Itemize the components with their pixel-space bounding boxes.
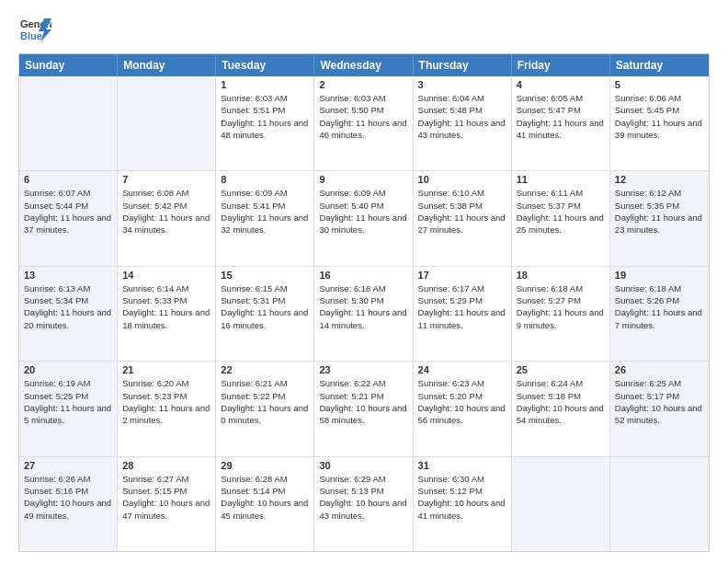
calendar-cell: 4Sunrise: 6:05 AMSunset: 5:47 PMDaylight… <box>512 76 610 170</box>
sunset-text: Sunset: 5:18 PM <box>517 390 605 402</box>
sunrise-text: Sunrise: 6:07 AM <box>24 187 112 199</box>
calendar-cell: 28Sunrise: 6:27 AMSunset: 5:15 PMDayligh… <box>118 457 216 551</box>
calendar-cell: 6Sunrise: 6:07 AMSunset: 5:44 PMDaylight… <box>19 171 118 265</box>
day-of-week-friday: Friday <box>512 54 610 76</box>
sunset-text: Sunset: 5:42 PM <box>122 200 210 212</box>
daylight-text: Daylight: 11 hours and 30 minutes. <box>319 212 407 236</box>
day-number: 16 <box>319 270 407 281</box>
calendar-row-3: 20Sunrise: 6:19 AMSunset: 5:25 PMDayligh… <box>19 361 709 455</box>
sunset-text: Sunset: 5:20 PM <box>418 390 506 402</box>
sunrise-text: Sunrise: 6:12 AM <box>615 187 704 199</box>
sunset-text: Sunset: 5:35 PM <box>615 200 704 212</box>
sunset-text: Sunset: 5:23 PM <box>122 390 210 402</box>
sunrise-text: Sunrise: 6:11 AM <box>517 187 605 199</box>
daylight-text: Daylight: 10 hours and 49 minutes. <box>24 497 112 522</box>
sunset-text: Sunset: 5:14 PM <box>221 485 309 497</box>
sunrise-text: Sunrise: 6:13 AM <box>24 282 112 294</box>
day-number: 26 <box>615 364 704 375</box>
sunrise-text: Sunrise: 6:03 AM <box>319 92 407 104</box>
sunset-text: Sunset: 5:38 PM <box>418 200 506 212</box>
daylight-text: Daylight: 10 hours and 58 minutes. <box>319 402 407 427</box>
sunrise-text: Sunrise: 6:09 AM <box>221 187 309 199</box>
day-number: 3 <box>418 79 506 90</box>
day-number: 11 <box>517 174 605 185</box>
day-number: 23 <box>319 364 407 375</box>
sunrise-text: Sunrise: 6:03 AM <box>221 92 309 104</box>
sunset-text: Sunset: 5:40 PM <box>319 200 407 212</box>
calendar-cell: 26Sunrise: 6:25 AMSunset: 5:17 PMDayligh… <box>610 362 709 455</box>
calendar-cell: 24Sunrise: 6:23 AMSunset: 5:20 PMDayligh… <box>414 362 512 455</box>
day-number: 28 <box>122 460 210 471</box>
daylight-text: Daylight: 11 hours and 11 minutes. <box>418 306 506 331</box>
calendar-cell: 11Sunrise: 6:11 AMSunset: 5:37 PMDayligh… <box>512 171 610 265</box>
daylight-text: Daylight: 11 hours and 9 minutes. <box>517 306 605 331</box>
daylight-text: Daylight: 11 hours and 27 minutes. <box>418 212 506 236</box>
sunrise-text: Sunrise: 6:26 AM <box>24 473 112 485</box>
day-number: 2 <box>319 79 407 90</box>
sunrise-text: Sunrise: 6:10 AM <box>418 187 506 199</box>
day-number: 17 <box>418 270 506 281</box>
sunrise-text: Sunrise: 6:16 AM <box>319 282 407 294</box>
sunset-text: Sunset: 5:34 PM <box>24 294 112 306</box>
daylight-text: Daylight: 11 hours and 20 minutes. <box>24 306 112 331</box>
day-of-week-saturday: Saturday <box>610 54 709 76</box>
sunset-text: Sunset: 5:47 PM <box>517 104 605 116</box>
calendar-cell: 1Sunrise: 6:03 AMSunset: 5:51 PMDaylight… <box>216 76 314 170</box>
calendar-cell: 17Sunrise: 6:17 AMSunset: 5:29 PMDayligh… <box>414 267 512 361</box>
calendar-row-4: 27Sunrise: 6:26 AMSunset: 5:16 PMDayligh… <box>19 456 709 551</box>
logo-icon: General Blue <box>18 15 51 44</box>
calendar-cell: 29Sunrise: 6:28 AMSunset: 5:14 PMDayligh… <box>216 457 314 551</box>
daylight-text: Daylight: 11 hours and 23 minutes. <box>615 212 704 236</box>
calendar-cell: 30Sunrise: 6:29 AMSunset: 5:13 PMDayligh… <box>314 457 413 551</box>
day-number: 13 <box>24 270 112 281</box>
day-number: 20 <box>24 364 112 375</box>
calendar-cell: 15Sunrise: 6:15 AMSunset: 5:31 PMDayligh… <box>216 267 314 361</box>
day-of-week-monday: Monday <box>118 54 216 76</box>
daylight-text: Daylight: 11 hours and 7 minutes. <box>615 306 704 331</box>
logo: General Blue <box>18 15 51 44</box>
sunrise-text: Sunrise: 6:17 AM <box>418 282 506 294</box>
calendar-cell <box>610 457 709 551</box>
calendar-cell: 10Sunrise: 6:10 AMSunset: 5:38 PMDayligh… <box>414 171 512 265</box>
svg-text:Blue: Blue <box>20 30 42 41</box>
sunrise-text: Sunrise: 6:28 AM <box>221 473 309 485</box>
sunset-text: Sunset: 5:31 PM <box>221 294 309 306</box>
sunset-text: Sunset: 5:30 PM <box>319 294 407 306</box>
daylight-text: Daylight: 11 hours and 48 minutes. <box>221 117 309 142</box>
sunset-text: Sunset: 5:44 PM <box>24 200 112 212</box>
day-number: 27 <box>24 460 112 471</box>
sunrise-text: Sunrise: 6:29 AM <box>319 473 407 485</box>
calendar-cell: 16Sunrise: 6:16 AMSunset: 5:30 PMDayligh… <box>314 267 413 361</box>
day-number: 31 <box>418 460 506 471</box>
day-number: 5 <box>615 79 704 90</box>
day-of-week-tuesday: Tuesday <box>216 54 314 76</box>
sunrise-text: Sunrise: 6:22 AM <box>319 377 407 389</box>
daylight-text: Daylight: 10 hours and 41 minutes. <box>418 497 506 522</box>
calendar-cell: 8Sunrise: 6:09 AMSunset: 5:41 PMDaylight… <box>216 171 314 265</box>
calendar-cell: 14Sunrise: 6:14 AMSunset: 5:33 PMDayligh… <box>118 267 216 361</box>
sunrise-text: Sunrise: 6:09 AM <box>319 187 407 199</box>
calendar-cell <box>19 76 118 170</box>
sunset-text: Sunset: 5:45 PM <box>615 104 704 116</box>
daylight-text: Daylight: 11 hours and 32 minutes. <box>221 212 309 236</box>
sunset-text: Sunset: 5:29 PM <box>418 294 506 306</box>
sunset-text: Sunset: 5:26 PM <box>615 294 704 306</box>
day-number: 14 <box>122 270 210 281</box>
sunrise-text: Sunrise: 6:19 AM <box>24 377 112 389</box>
calendar-cell <box>118 76 216 170</box>
calendar-cell: 31Sunrise: 6:30 AMSunset: 5:12 PMDayligh… <box>414 457 512 551</box>
calendar-cell: 5Sunrise: 6:06 AMSunset: 5:45 PMDaylight… <box>610 76 709 170</box>
sunrise-text: Sunrise: 6:21 AM <box>221 377 309 389</box>
day-number: 9 <box>319 174 407 185</box>
sunset-text: Sunset: 5:41 PM <box>221 200 309 212</box>
calendar-cell: 7Sunrise: 6:08 AMSunset: 5:42 PMDaylight… <box>118 171 216 265</box>
sunset-text: Sunset: 5:13 PM <box>319 485 407 497</box>
day-of-week-sunday: Sunday <box>19 54 118 76</box>
sunset-text: Sunset: 5:27 PM <box>517 294 605 306</box>
calendar-cell: 3Sunrise: 6:04 AMSunset: 5:48 PMDaylight… <box>414 76 512 170</box>
daylight-text: Daylight: 11 hours and 18 minutes. <box>122 306 210 331</box>
sunrise-text: Sunrise: 6:30 AM <box>418 473 506 485</box>
sunset-text: Sunset: 5:22 PM <box>221 390 309 402</box>
daylight-text: Daylight: 10 hours and 47 minutes. <box>122 497 210 522</box>
calendar-cell: 22Sunrise: 6:21 AMSunset: 5:22 PMDayligh… <box>216 362 314 455</box>
